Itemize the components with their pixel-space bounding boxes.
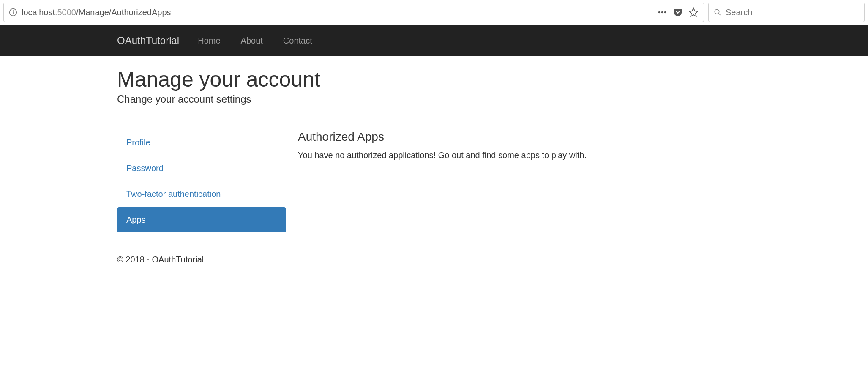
divider bbox=[117, 117, 751, 117]
sidebar-item-label: Profile bbox=[126, 138, 150, 147]
footer-divider bbox=[117, 246, 751, 246]
sidebar-item-label: Apps bbox=[126, 215, 146, 224]
search-placeholder: Search bbox=[726, 8, 752, 17]
svg-point-5 bbox=[664, 11, 666, 13]
page-title: Manage your account bbox=[117, 67, 751, 92]
pocket-icon[interactable] bbox=[673, 8, 682, 17]
svg-point-2 bbox=[13, 10, 14, 11]
nav-link-home[interactable]: Home bbox=[188, 27, 230, 54]
url-port: :5000 bbox=[55, 8, 76, 17]
page-container: Manage your account Change your account … bbox=[109, 56, 759, 273]
brand-link[interactable]: OAuthTutorial bbox=[117, 26, 188, 55]
url-host: localhost bbox=[22, 8, 55, 17]
svg-marker-6 bbox=[689, 8, 698, 16]
svg-line-8 bbox=[718, 13, 721, 15]
sidebar-item-two-factor[interactable]: Two-factor authentication bbox=[117, 182, 286, 207]
settings-sidebar: Profile Password Two-factor authenticati… bbox=[117, 130, 286, 233]
svg-point-3 bbox=[658, 11, 660, 13]
browser-chrome: localhost:5000/Manage/AuthorizedApps bbox=[0, 0, 868, 25]
url-bar[interactable]: localhost:5000/Manage/AuthorizedApps bbox=[3, 3, 704, 22]
svg-point-4 bbox=[661, 11, 663, 13]
search-icon bbox=[714, 8, 721, 16]
browser-search-input[interactable]: Search bbox=[708, 3, 865, 22]
star-icon[interactable] bbox=[688, 7, 699, 17]
section-heading: Authorized Apps bbox=[298, 130, 751, 144]
info-icon[interactable] bbox=[9, 8, 17, 16]
sidebar-item-apps[interactable]: Apps bbox=[117, 207, 286, 232]
main-content: Authorized Apps You have no authorized a… bbox=[298, 130, 751, 233]
nav-link-about[interactable]: About bbox=[231, 27, 273, 54]
sidebar-item-profile[interactable]: Profile bbox=[117, 130, 286, 155]
url-path: /Manage/AuthorizedApps bbox=[76, 8, 171, 17]
empty-state-message: You have no authorized applications! Go … bbox=[298, 150, 751, 160]
nav-link-contact[interactable]: Contact bbox=[273, 27, 322, 54]
page-subtitle: Change your account settings bbox=[117, 93, 751, 105]
sidebar-item-label: Password bbox=[126, 164, 164, 173]
url-text: localhost:5000/Manage/AuthorizedApps bbox=[22, 8, 171, 17]
more-icon[interactable] bbox=[657, 7, 667, 17]
sidebar-item-password[interactable]: Password bbox=[117, 156, 286, 181]
footer-text: © 2018 - OAuthTutorial bbox=[117, 255, 751, 265]
main-navbar: OAuthTutorial Home About Contact bbox=[0, 25, 868, 56]
svg-point-7 bbox=[715, 9, 719, 14]
sidebar-item-label: Two-factor authentication bbox=[126, 189, 221, 199]
